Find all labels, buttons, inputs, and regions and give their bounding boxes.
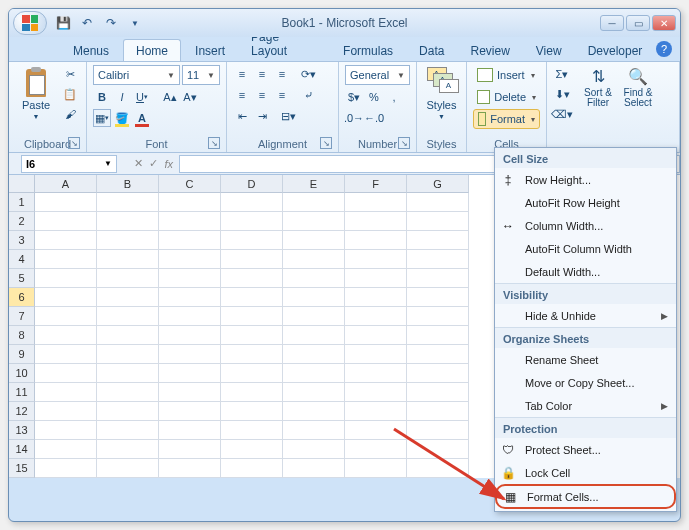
cell[interactable]: [407, 326, 469, 345]
decrease-decimal-icon[interactable]: ←.0: [365, 109, 383, 127]
cell[interactable]: [407, 345, 469, 364]
cell[interactable]: [221, 402, 283, 421]
cell[interactable]: [221, 231, 283, 250]
cell[interactable]: [221, 269, 283, 288]
undo-icon[interactable]: ↶: [77, 13, 97, 33]
cell[interactable]: [221, 421, 283, 440]
format-painter-icon[interactable]: 🖌: [61, 105, 79, 123]
close-button[interactable]: ✕: [652, 15, 676, 31]
fx-icon[interactable]: fx: [164, 158, 173, 170]
column-header[interactable]: A: [35, 175, 97, 193]
cell[interactable]: [35, 459, 97, 478]
cell[interactable]: [35, 383, 97, 402]
row-header[interactable]: 4: [9, 250, 35, 269]
cell[interactable]: [221, 459, 283, 478]
office-button[interactable]: [13, 11, 47, 35]
cell[interactable]: [159, 383, 221, 402]
menu-column-width[interactable]: ↔Column Width...: [495, 214, 676, 237]
menu-autofit-row[interactable]: AutoFit Row Height: [495, 191, 676, 214]
cell[interactable]: [345, 440, 407, 459]
tab-home[interactable]: Home: [123, 39, 181, 61]
menu-tab-color[interactable]: Tab Color▶: [495, 394, 676, 417]
help-icon[interactable]: ?: [656, 41, 672, 57]
cell[interactable]: [283, 250, 345, 269]
cell[interactable]: [159, 440, 221, 459]
cell[interactable]: [221, 212, 283, 231]
cell[interactable]: [283, 307, 345, 326]
menu-protect-sheet[interactable]: 🛡Protect Sheet...: [495, 438, 676, 461]
cell[interactable]: [35, 440, 97, 459]
cancel-formula-icon[interactable]: ✕: [134, 157, 143, 170]
cell[interactable]: [407, 307, 469, 326]
increase-decimal-icon[interactable]: .0→: [345, 109, 363, 127]
cell[interactable]: [35, 421, 97, 440]
menu-row-height[interactable]: ‡Row Height...: [495, 168, 676, 191]
bold-button[interactable]: B: [93, 88, 111, 106]
cell[interactable]: [283, 364, 345, 383]
menu-lock-cell[interactable]: 🔒Lock Cell: [495, 461, 676, 484]
menu-rename-sheet[interactable]: Rename Sheet: [495, 348, 676, 371]
row-header[interactable]: 10: [9, 364, 35, 383]
cell[interactable]: [35, 269, 97, 288]
select-all-corner[interactable]: [9, 175, 35, 193]
cell[interactable]: [97, 231, 159, 250]
cell[interactable]: [159, 326, 221, 345]
row-header[interactable]: 8: [9, 326, 35, 345]
cell[interactable]: [345, 345, 407, 364]
row-header[interactable]: 12: [9, 402, 35, 421]
cell[interactable]: [407, 440, 469, 459]
cut-icon[interactable]: ✂: [61, 65, 79, 83]
fill-icon[interactable]: ⬇▾: [553, 85, 571, 103]
grow-font-icon[interactable]: A▴: [161, 88, 179, 106]
row-header[interactable]: 7: [9, 307, 35, 326]
cell[interactable]: [97, 326, 159, 345]
copy-icon[interactable]: 📋: [61, 85, 79, 103]
tab-formulas[interactable]: Formulas: [331, 40, 405, 61]
save-icon[interactable]: 💾: [53, 13, 73, 33]
cell[interactable]: [221, 288, 283, 307]
align-middle-icon[interactable]: ≡: [253, 65, 271, 83]
align-center-icon[interactable]: ≡: [253, 86, 271, 104]
cell[interactable]: [221, 345, 283, 364]
cell[interactable]: [35, 231, 97, 250]
borders-button[interactable]: ▦▾: [93, 109, 111, 127]
insert-cells-button[interactable]: Insert▾: [473, 65, 540, 85]
cell[interactable]: [35, 307, 97, 326]
cell[interactable]: [35, 345, 97, 364]
cell[interactable]: [97, 421, 159, 440]
cell[interactable]: [35, 402, 97, 421]
cell[interactable]: [97, 193, 159, 212]
cell[interactable]: [407, 364, 469, 383]
wrap-text-icon[interactable]: ⤶: [299, 86, 317, 104]
menu-autofit-column[interactable]: AutoFit Column Width: [495, 237, 676, 260]
cell[interactable]: [283, 212, 345, 231]
cell[interactable]: [97, 364, 159, 383]
column-header[interactable]: E: [283, 175, 345, 193]
cell[interactable]: [345, 307, 407, 326]
clear-icon[interactable]: ⌫▾: [553, 105, 571, 123]
cell[interactable]: [345, 402, 407, 421]
cell[interactable]: [221, 383, 283, 402]
alignment-dialog-launcher[interactable]: ↘: [320, 137, 332, 149]
cell[interactable]: [283, 440, 345, 459]
align-top-icon[interactable]: ≡: [233, 65, 251, 83]
redo-icon[interactable]: ↷: [101, 13, 121, 33]
menu-format-cells[interactable]: ▦Format Cells...: [495, 484, 676, 509]
italic-button[interactable]: I: [113, 88, 131, 106]
cell[interactable]: [97, 383, 159, 402]
cell[interactable]: [97, 307, 159, 326]
cell[interactable]: [159, 193, 221, 212]
minimize-button[interactable]: ─: [600, 15, 624, 31]
tab-menus[interactable]: Menus: [61, 40, 121, 61]
font-name-combo[interactable]: Calibri▼: [93, 65, 180, 85]
align-right-icon[interactable]: ≡: [273, 86, 291, 104]
styles-button[interactable]: AAA Styles ▼: [423, 65, 460, 122]
cell[interactable]: [159, 364, 221, 383]
cell[interactable]: [345, 364, 407, 383]
cell[interactable]: [97, 459, 159, 478]
tab-view[interactable]: View: [524, 40, 574, 61]
cell[interactable]: [345, 269, 407, 288]
tab-review[interactable]: Review: [458, 40, 521, 61]
cell[interactable]: [283, 326, 345, 345]
cell[interactable]: [283, 383, 345, 402]
